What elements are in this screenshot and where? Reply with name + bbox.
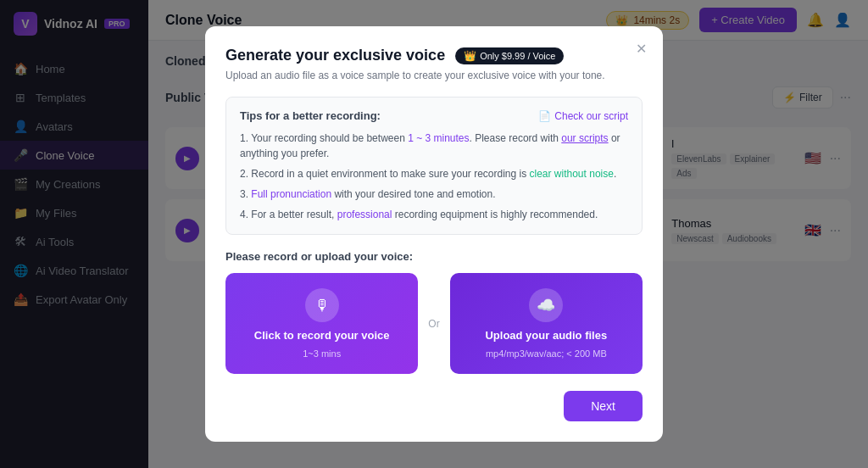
script-icon: 📄 <box>538 110 551 122</box>
tip-item-3: 4. For a better result, professional rec… <box>240 207 628 222</box>
modal-header: Generate your exclusive voice 👑 Only $9.… <box>225 47 643 64</box>
record-card[interactable]: 🎙 Click to record your voice 1~3 mins <box>225 273 418 374</box>
generate-voice-modal: ✕ Generate your exclusive voice 👑 Only $… <box>205 26 663 442</box>
tip-item-0: 1. Your recording should be between 1 ~ … <box>240 131 628 161</box>
tips-header: Tips for a better recording: 📄 Check our… <box>240 109 628 122</box>
crown-icon: 👑 <box>464 50 476 62</box>
modal-subtitle: Upload an audio file as a voice sample t… <box>225 70 643 81</box>
upload-card-title: Upload your audio files <box>485 329 607 342</box>
modal-close-button[interactable]: ✕ <box>631 38 651 58</box>
or-divider: Or <box>428 318 439 330</box>
modal-title: Generate your exclusive voice <box>225 47 445 64</box>
tip-item-1: 2. Record in a quiet environment to make… <box>240 166 628 181</box>
check-script-link[interactable]: 📄 Check our script <box>538 110 628 122</box>
tips-label: Tips for a better recording: <box>240 109 381 122</box>
tips-section: Tips for a better recording: 📄 Check our… <box>225 97 643 235</box>
next-button[interactable]: Next <box>564 391 643 421</box>
upload-row: 🎙 Click to record your voice 1~3 mins Or… <box>225 273 643 374</box>
microphone-icon: 🎙 <box>305 288 339 322</box>
record-card-title: Click to record your voice <box>254 329 390 342</box>
upload-card-subtitle: mp4/mp3/wav/aac; < 200 MB <box>486 348 607 359</box>
upload-card[interactable]: ☁️ Upload your audio files mp4/mp3/wav/a… <box>450 273 643 374</box>
price-text: Only $9.99 / Voice <box>480 51 555 61</box>
tips-list: 1. Your recording should be between 1 ~ … <box>240 131 628 222</box>
price-badge: 👑 Only $9.99 / Voice <box>455 47 564 64</box>
modal-footer: Next <box>225 391 643 421</box>
tip-item-2: 3. Full pronunciation with your desired … <box>240 187 628 202</box>
modal-overlay[interactable]: ✕ Generate your exclusive voice 👑 Only $… <box>0 0 868 468</box>
upload-icon: ☁️ <box>529 288 563 322</box>
record-label: Please record or upload your voice: <box>225 250 643 263</box>
record-card-subtitle: 1~3 mins <box>303 348 341 359</box>
